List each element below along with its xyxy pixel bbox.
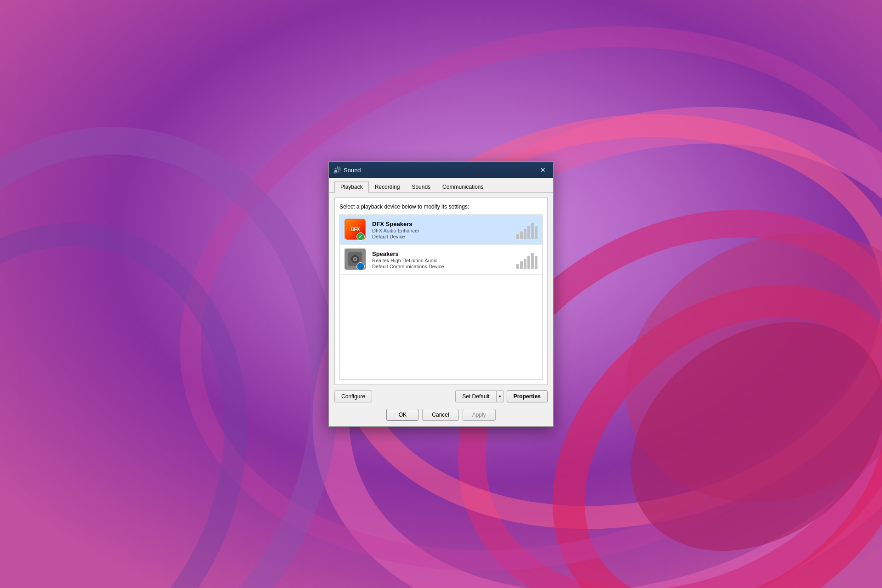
svg-point-8 — [0, 88, 385, 588]
tab-communications[interactable]: Communications — [436, 181, 489, 193]
ok-button[interactable]: OK — [386, 409, 418, 421]
content-instruction: Select a playback device below to modify… — [339, 204, 543, 210]
speakers-info: Speakers Realtek High Definition Audio D… — [372, 250, 516, 269]
speakers-sub2: Default Communications Device — [372, 264, 516, 269]
device-list: DFX ✓ DFX Speakers DFX Audio Enhancer De… — [339, 215, 543, 380]
speakers-volume-bars — [516, 250, 537, 269]
svg-point-7 — [587, 275, 882, 588]
vol-bar-5 — [531, 223, 534, 239]
communications-device-badge: 📞 — [356, 262, 365, 271]
dialog-actions: OK Cancel Apply — [329, 406, 553, 426]
device-icon-dfx-wrap: DFX ✓ — [345, 219, 367, 241]
svg-point-6 — [581, 183, 882, 552]
vol-bar-s6 — [535, 256, 537, 269]
vol-bar-s4 — [527, 256, 530, 269]
titlebar-icon: 🔊 — [333, 166, 341, 174]
set-default-dropdown[interactable]: ▾ — [496, 390, 504, 402]
tab-bar: Playback Recording Sounds Communications — [329, 178, 553, 193]
footer-left: Configure — [334, 390, 452, 402]
vol-bar-s1 — [516, 264, 519, 269]
vol-bar-s2 — [520, 261, 523, 269]
dfx-speakers-sub2: Default Device — [372, 234, 516, 239]
dfx-speakers-name: DFX Speakers — [372, 220, 516, 227]
svg-point-4 — [506, 236, 882, 588]
dfx-speakers-info: DFX Speakers DFX Audio Enhancer Default … — [372, 220, 516, 239]
vol-bar-6 — [535, 226, 537, 239]
default-device-badge: ✓ — [356, 232, 365, 241]
vol-bar-4 — [527, 226, 530, 239]
device-item-speakers[interactable]: 📞 Speakers Realtek High Definition Audio… — [340, 245, 542, 275]
vol-bar-s3 — [524, 259, 526, 269]
dfx-speakers-sub1: DFX Audio Enhancer — [372, 228, 516, 233]
vol-bar-3 — [524, 229, 526, 239]
svg-point-9 — [0, 181, 297, 588]
speakers-sub1: Realtek High Definition Audio — [372, 258, 516, 263]
footer-buttons: Configure Set Default ▾ Properties — [329, 387, 553, 406]
cancel-button[interactable]: Cancel — [422, 409, 458, 421]
set-default-button[interactable]: Set Default — [455, 390, 496, 402]
vol-bar-2 — [520, 232, 523, 239]
speakers-name: Speakers — [372, 250, 516, 257]
tab-sounds[interactable]: Sounds — [406, 181, 436, 193]
vol-bar-1 — [516, 234, 519, 239]
set-default-group: Set Default ▾ — [455, 390, 503, 402]
dfx-volume-bars — [516, 220, 537, 239]
close-button[interactable]: ✕ — [537, 164, 549, 175]
sound-dialog: 🔊 Sound ✕ Playback Recording Sounds Comm… — [328, 161, 554, 427]
tab-recording[interactable]: Recording — [369, 181, 406, 193]
content-area: Select a playback device below to modify… — [329, 193, 553, 387]
apply-button[interactable]: Apply — [463, 409, 496, 421]
properties-button[interactable]: Properties — [507, 390, 548, 402]
tab-playback[interactable]: Playback — [334, 181, 369, 193]
configure-button[interactable]: Configure — [334, 390, 372, 402]
titlebar: 🔊 Sound ✕ — [329, 162, 553, 178]
device-item-dfx[interactable]: DFX ✓ DFX Speakers DFX Audio Enhancer De… — [340, 215, 542, 245]
device-icon-speakers-wrap: 📞 — [345, 249, 367, 271]
vol-bar-s5 — [531, 253, 534, 269]
titlebar-title: Sound — [344, 167, 537, 174]
svg-point-13 — [354, 258, 356, 260]
